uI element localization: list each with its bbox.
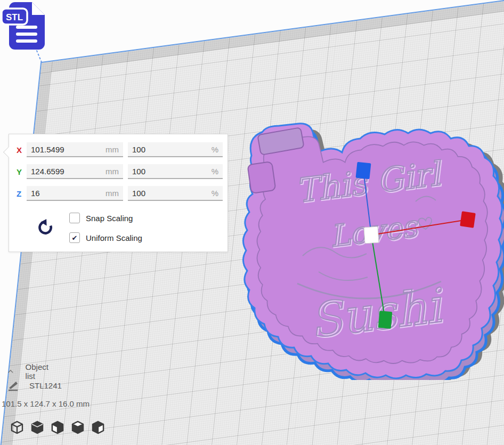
z-scale-handle[interactable] — [356, 162, 371, 180]
scale-z-percent-input[interactable]: 100 % — [128, 186, 223, 201]
selected-model-dimensions: 101.5 x 124.7 x 16.0 mm — [2, 399, 90, 408]
model-this-girl-loves-sushi[interactable]: This Girl Loves Sushi This Girl Loves Su… — [239, 122, 504, 380]
reset-scale-button[interactable] — [37, 219, 54, 237]
check-icon: ✔ — [72, 234, 78, 241]
snap-scaling-label: Snap Scaling — [86, 214, 133, 223]
object-list-header[interactable]: Object list — [7, 362, 51, 381]
stl-badge-label: STL — [6, 12, 23, 22]
x-scale-handle[interactable] — [460, 211, 476, 228]
uniform-scaling-row: ✔ Uniform Scaling — [69, 232, 142, 243]
cube-left-icon — [72, 422, 83, 433]
chevron-up-icon — [7, 368, 14, 375]
scale-row-x: X 101.5499 mm 100 % — [9, 142, 227, 158]
scale-row-z: Z 16 mm 100 % — [9, 185, 227, 201]
scale-y-percent-value: 100 — [132, 167, 145, 176]
scale-y-percent-unit: % — [212, 167, 218, 176]
scale-x-percent-input[interactable]: 100 % — [128, 142, 223, 157]
model-pencil-icon — [7, 379, 20, 391]
object-list-item-name: STL1241 — [29, 381, 62, 390]
scale-z-mm-unit: mm — [105, 189, 119, 198]
center-scale-handle[interactable] — [364, 226, 379, 244]
scale-z-mm-value: 16 — [31, 189, 40, 198]
uniform-scaling-checkbox[interactable]: ✔ — [69, 232, 80, 243]
scale-x-mm-value: 101.5499 — [31, 145, 64, 154]
cube-3d-icon — [12, 422, 22, 433]
cube-front-icon — [32, 422, 43, 433]
scale-x-mm-input[interactable]: 101.5499 mm — [27, 142, 123, 157]
object-list-title: Object list — [26, 362, 51, 381]
stl-file-icon: STL — [1, 1, 50, 51]
scale-x-percent-unit: % — [212, 145, 218, 154]
scale-y-mm-value: 124.6599 — [31, 167, 64, 176]
z-axis-label: Z — [17, 189, 26, 198]
scale-y-mm-input[interactable]: 124.6599 mm — [27, 164, 123, 179]
cube-right-icon — [93, 422, 103, 433]
scale-z-percent-value: 100 — [132, 189, 145, 198]
view-front-button[interactable] — [30, 420, 45, 435]
view-right-button[interactable] — [91, 420, 105, 435]
camera-view-toolbar — [10, 420, 105, 435]
y-axis-label: Y — [17, 167, 26, 176]
snap-scaling-checkbox[interactable]: ✔ — [69, 213, 80, 223]
view-3d-button[interactable] — [10, 420, 25, 435]
scale-z-mm-input[interactable]: 16 mm — [27, 186, 123, 201]
view-top-button[interactable] — [50, 420, 65, 435]
scale-row-y: Y 124.6599 mm 100 % — [9, 164, 227, 180]
view-left-button[interactable] — [70, 420, 85, 435]
cube-top-icon — [52, 422, 63, 433]
scale-tool-panel: X 101.5499 mm 100 % Y 124.6599 mm 100 % … — [9, 134, 228, 252]
snap-scaling-row: ✔ Snap Scaling — [69, 213, 133, 223]
scale-x-mm-unit: mm — [105, 145, 119, 154]
object-list-item[interactable]: STL1241 — [7, 379, 62, 391]
scale-z-percent-unit: % — [212, 189, 218, 198]
uniform-scaling-label: Uniform Scaling — [86, 233, 142, 242]
x-axis-label: X — [17, 145, 26, 155]
scale-y-percent-input[interactable]: 100 % — [128, 164, 223, 179]
scale-y-mm-unit: mm — [105, 167, 119, 176]
scale-x-percent-value: 100 — [132, 145, 145, 154]
y-scale-handle[interactable] — [378, 311, 393, 329]
